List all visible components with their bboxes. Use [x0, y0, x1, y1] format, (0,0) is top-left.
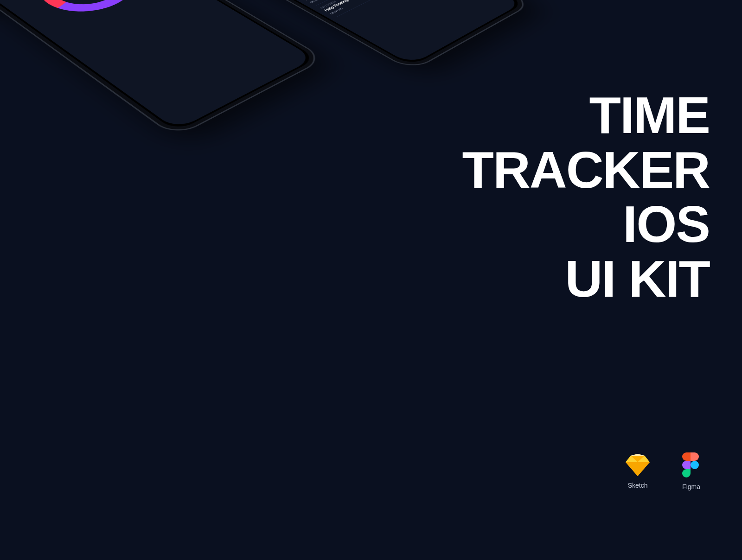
sketch-icon — [626, 454, 650, 476]
sketch-label: Sketch — [626, 482, 650, 489]
donut-chart — [22, 0, 151, 22]
tool-badges: Sketch Figma — [626, 452, 700, 490]
figma-icon — [682, 452, 699, 477]
phone-overview-screen: 9:41 er 2018 — [0, 0, 326, 138]
hero-title: TIME TRACKER IOS UI KIT — [462, 88, 710, 306]
figma-badge: Figma — [682, 452, 700, 490]
task-row[interactable]: 02/15/2019Make Myspace Your Best Designe… — [296, 0, 417, 6]
task-row[interactable]: 02/15/2019Help Finding Information Onlin… — [316, 0, 438, 17]
sketch-badge: Sketch — [626, 454, 650, 489]
svg-point-0 — [691, 461, 699, 469]
figma-label: Figma — [682, 483, 700, 490]
